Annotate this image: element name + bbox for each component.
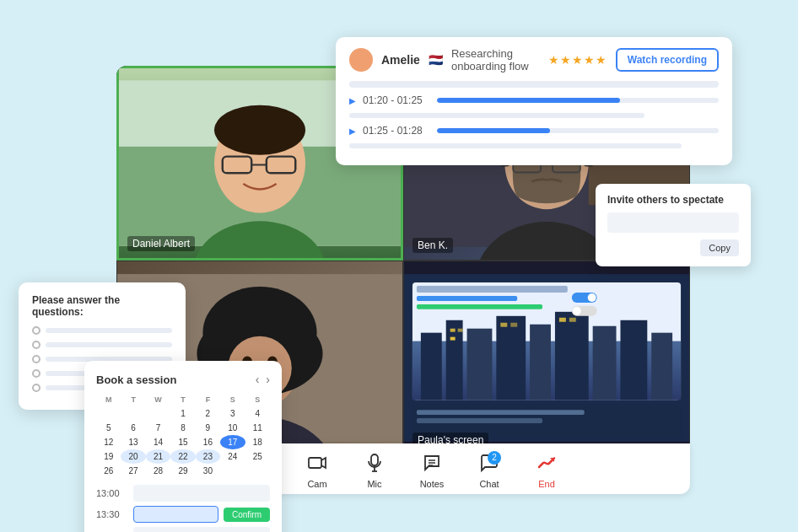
cam-label: Cam: [307, 479, 326, 489]
invite-link-input[interactable]: [607, 212, 739, 233]
timeline-item-1[interactable]: ▶ 01:20 - 01:25: [349, 94, 719, 106]
cal-day[interactable]: 13: [121, 435, 145, 449]
cal-day[interactable]: 21: [146, 449, 170, 464]
cal-day[interactable]: 2: [196, 406, 220, 421]
notes-icon: [418, 449, 445, 476]
mic-button[interactable]: Mic: [354, 446, 395, 492]
calendar-header: Book a session ‹ ›: [96, 373, 270, 386]
radio-4[interactable]: [32, 369, 40, 378]
survey-option-2[interactable]: [32, 341, 172, 349]
cal-day[interactable]: [146, 406, 170, 421]
cal-day: [245, 464, 270, 478]
cal-day[interactable]: 1: [170, 406, 195, 421]
time-slot-1330[interactable]: 13:30 Confirm: [96, 506, 270, 523]
timeline-bar-bottom: [349, 143, 682, 148]
cal-day[interactable]: 15: [170, 435, 195, 449]
radio-5[interactable]: [32, 384, 40, 392]
cal-day[interactable]: 26: [96, 464, 121, 478]
prev-month-button[interactable]: ‹: [256, 373, 260, 386]
cal-day[interactable]: 20: [121, 449, 145, 464]
cal-day[interactable]: 23: [196, 449, 220, 464]
cal-day[interactable]: 18: [245, 435, 270, 449]
svg-rect-41: [555, 312, 589, 400]
cam-icon: [304, 449, 331, 476]
svg-rect-61: [417, 418, 542, 423]
cal-day[interactable]: 16: [196, 435, 220, 449]
day-header-s1: S: [220, 393, 245, 406]
cal-day[interactable]: 5: [96, 421, 121, 435]
copy-button[interactable]: Copy: [700, 239, 739, 256]
radio-3[interactable]: [32, 355, 40, 363]
cal-day[interactable]: 11: [245, 421, 270, 435]
mic-icon: [361, 449, 388, 476]
chat-button[interactable]: 2 Chat: [469, 446, 510, 492]
cal-day[interactable]: 9: [196, 421, 220, 435]
time-label-1330: 13:30: [96, 509, 128, 519]
cal-day[interactable]: 3: [220, 406, 245, 421]
svg-rect-42: [593, 326, 617, 400]
svg-rect-46: [458, 329, 463, 332]
watch-recording-button[interactable]: Watch recording: [616, 48, 719, 72]
timeline-time-1: 01:20 - 01:25: [363, 94, 430, 106]
cal-day[interactable]: 22: [170, 449, 195, 464]
svg-rect-43: [620, 320, 647, 400]
radio-1[interactable]: [32, 326, 40, 335]
timeline-item-2[interactable]: ▶ 01:25 - 01:28: [349, 125, 719, 137]
cal-day[interactable]: 14: [146, 435, 170, 449]
radio-2[interactable]: [32, 341, 40, 349]
cal-day[interactable]: 29: [170, 464, 195, 478]
end-button[interactable]: End: [526, 446, 567, 492]
cal-day[interactable]: 8: [170, 421, 195, 435]
screen-share-svg: [404, 261, 689, 454]
cal-day[interactable]: 30: [196, 464, 220, 478]
svg-rect-66: [371, 454, 378, 465]
calendar-week-4: 19 20 21 22 23 24 25: [96, 449, 270, 464]
cal-day[interactable]: 19: [96, 449, 121, 464]
cal-day[interactable]: [121, 406, 145, 421]
day-header-s2: S: [245, 393, 270, 406]
cal-day[interactable]: 7: [146, 421, 170, 435]
confirm-button[interactable]: Confirm: [224, 508, 270, 522]
time-slot-1400[interactable]: 14:00: [96, 527, 270, 532]
calendar-week-3: 12 13 14 15 16 17 18: [96, 435, 270, 449]
chat-badge: 2: [488, 451, 501, 465]
svg-rect-49: [510, 323, 517, 327]
cal-day-today[interactable]: 17: [220, 435, 245, 449]
cal-day[interactable]: 25: [245, 449, 270, 464]
cal-day[interactable]: 24: [220, 449, 245, 464]
recording-panel: Amelie 🇳🇱 Researching onboarding flow ★★…: [336, 37, 732, 165]
cal-day[interactable]: 27: [121, 464, 145, 478]
cal-day[interactable]: 4: [245, 406, 270, 421]
next-month-button[interactable]: ›: [266, 373, 270, 386]
play-icon-1: ▶: [349, 96, 356, 105]
svg-rect-36: [421, 333, 442, 400]
user-name: Amelie: [381, 53, 420, 67]
cal-day[interactable]: 6: [121, 421, 145, 435]
invite-spectate-popup: Invite others to spectate Copy: [596, 184, 751, 266]
daniel-name-label: Daniel Albert: [127, 236, 195, 251]
calendar-header-row: M T W T F S S: [96, 393, 270, 406]
timeline-bar-mid: [349, 113, 644, 118]
calendar-grid: M T W T F S S 1 2 3 4 5 6 7 8 9 10 11 12: [96, 393, 270, 478]
svg-rect-45: [450, 329, 456, 332]
option-bar-1: [46, 328, 172, 333]
svg-rect-44: [651, 333, 672, 400]
survey-option-1[interactable]: [32, 326, 172, 335]
notes-button[interactable]: Notes: [412, 446, 452, 492]
cam-button[interactable]: Cam: [297, 446, 337, 492]
cal-day: [220, 464, 245, 478]
cal-day[interactable]: 10: [220, 421, 245, 435]
day-header-f: F: [196, 393, 220, 406]
time-slot-1300[interactable]: 13:00: [96, 485, 270, 502]
time-bar-1330: [133, 506, 218, 523]
timeline-bar-1: [437, 98, 719, 103]
end-icon: [533, 449, 560, 476]
calendar-week-5: 26 27 28 29 30: [96, 464, 270, 478]
svg-rect-51: [569, 318, 576, 322]
svg-rect-53: [417, 296, 517, 301]
cal-day[interactable]: 28: [146, 464, 170, 478]
cal-day[interactable]: [96, 406, 121, 421]
cal-day[interactable]: 12: [96, 435, 121, 449]
calendar-title: Book a session: [96, 373, 176, 386]
invite-actions: Copy: [607, 239, 739, 256]
